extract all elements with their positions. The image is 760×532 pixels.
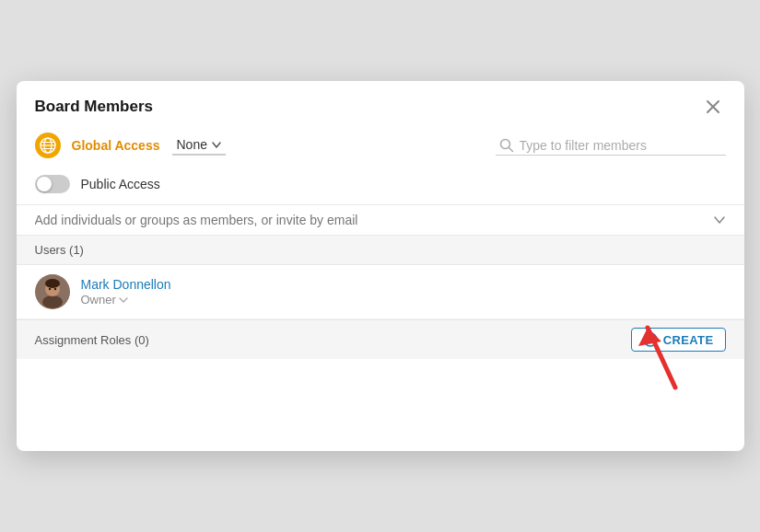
assignment-roles-label: Assignment Roles (0): [35, 333, 149, 347]
close-icon: [706, 99, 720, 114]
user-row: Mark Donnellon Owner: [17, 265, 744, 319]
svg-point-12: [45, 279, 60, 288]
svg-point-10: [42, 295, 63, 308]
user-name[interactable]: Mark Donnellon: [81, 277, 171, 292]
global-access-label: Global Access: [72, 138, 160, 153]
add-members-input[interactable]: [35, 213, 709, 227]
user-info: Mark Donnellon Owner: [81, 277, 171, 306]
role-chevron-icon: [118, 295, 129, 306]
svg-point-13: [48, 288, 50, 290]
create-button-label: CREATE: [663, 333, 714, 347]
search-input[interactable]: [520, 138, 722, 153]
chevron-down-icon: [211, 139, 222, 150]
svg-point-14: [53, 288, 55, 290]
dialog-title: Board Members: [35, 98, 153, 116]
none-dropdown-label: None: [176, 137, 206, 152]
user-role-row: Owner: [81, 293, 171, 306]
svg-line-8: [509, 147, 512, 151]
create-button[interactable]: CREATE: [631, 328, 726, 352]
add-members-row[interactable]: [17, 204, 744, 236]
user-role-label: Owner: [81, 293, 116, 306]
none-dropdown[interactable]: None: [172, 135, 225, 156]
search-icon: [499, 138, 514, 153]
public-access-label: Public Access: [81, 177, 160, 191]
global-access-icon: [35, 133, 61, 158]
add-members-chevron-icon: [713, 214, 726, 226]
avatar: [35, 274, 70, 309]
close-button[interactable]: [700, 98, 726, 116]
assignment-roles-section: Assignment Roles (0) CREATE: [17, 319, 744, 359]
users-section-header: Users (1): [17, 236, 744, 265]
public-access-toggle[interactable]: [35, 175, 70, 193]
create-plus-icon: [643, 332, 658, 347]
